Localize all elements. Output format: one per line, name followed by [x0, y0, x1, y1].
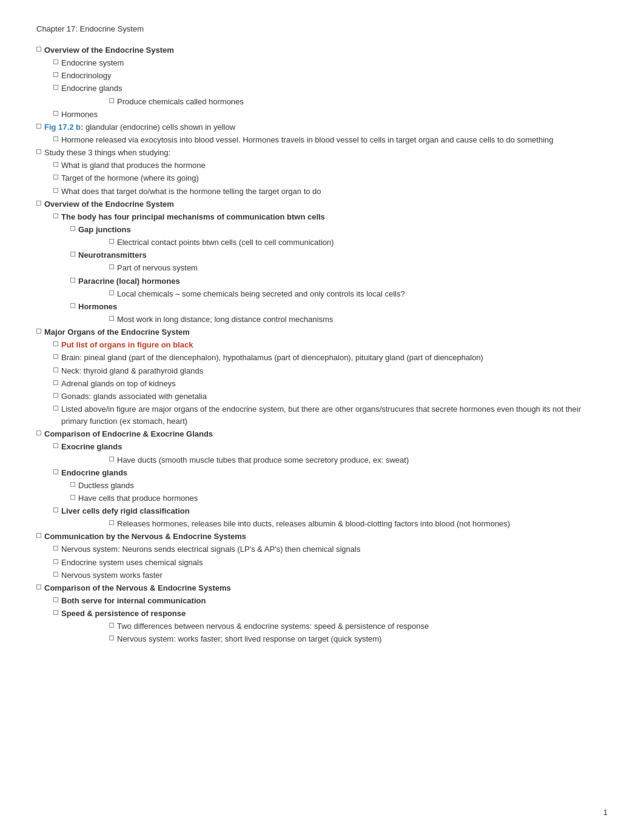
content: Overview of the Endocrine System Endocri… — [36, 44, 608, 646]
s4-hormones: Hormones — [36, 301, 608, 313]
s6-have-cells: Have cells that produce hormones — [36, 492, 608, 505]
s8-speed: Speed & persistence of response — [36, 608, 608, 620]
s1-endocrinology: Endocrinology — [36, 70, 608, 82]
s8-both-serve: Both serve for internal communication — [36, 595, 608, 607]
s4-electrical-contact: Electrical contact points btwn cells (ce… — [36, 236, 608, 249]
page-title: Chapter 17: Endocrine System — [36, 24, 608, 33]
s6-have-ducts: Have ducts (smooth muscle tubes that pro… — [36, 454, 608, 466]
s4-paracrine: Paracrine (local) hormones — [36, 275, 608, 287]
section-2-fig: Fig 17.2 b: glandular (endocrine) cells … — [36, 121, 608, 133]
s7-nervous-faster: Nervous system works faster — [36, 569, 608, 582]
s4-neurotransmitters: Neurotransmitters — [36, 249, 608, 261]
s3-target: Target of the hormone (where its going) — [36, 172, 608, 184]
s2-hormone-released: Hormone released via exocytosis into blo… — [36, 134, 608, 146]
section-7-heading: Communication by the Nervous & Endocrine… — [36, 531, 608, 543]
s4-local-chemicals: Local chemicals – some chemicals being s… — [36, 288, 608, 300]
s5-adrenal: Adrenal glands on top of kidneys — [36, 378, 608, 390]
s1-hormones: Hormones — [36, 109, 608, 121]
s1-endocrine-glands: Endocrine glands — [36, 82, 608, 95]
s4-gap-junctions: Gap junctions — [36, 224, 608, 236]
section-8-heading: Comparison of the Nervous & Endocrine Sy… — [36, 582, 608, 594]
s5-put-list: Put list of organs in figure on black — [36, 339, 608, 351]
s6-liver-cells: Liver cells defy rigid classification — [36, 505, 608, 517]
section-1-heading: Overview of the Endocrine System — [36, 44, 608, 56]
s6-endocrine-glands: Endocrine glands — [36, 467, 608, 479]
s3-what-gland: What is gland that produces the hormone — [36, 159, 608, 172]
s8-nervous-works-faster: Nervous system: works faster; short live… — [36, 633, 608, 645]
s8-two-differences: Two differences between nervous & endocr… — [36, 620, 608, 632]
section-5-heading: Major Organs of the Endocrine System — [36, 326, 608, 338]
s5-listed-above: Listed above/in figure are major organs … — [36, 403, 608, 428]
s5-neck: Neck: thyroid gland & parathyroid glands — [36, 365, 608, 377]
s4-most-work: Most work in long distance; long distanc… — [36, 314, 608, 326]
section-4-heading: Overview of the Endocrine System — [36, 198, 608, 210]
s7-nervous-system: Nervous system: Neurons sends electrical… — [36, 543, 608, 555]
section-6-heading: Comparison of Endocrine & Exocrine Gland… — [36, 428, 608, 440]
s4-four-principal: The body has four principal mechanisms o… — [36, 211, 608, 223]
s6-exocrine-glands: Exocrine glands — [36, 441, 608, 453]
s5-brain: Brain: pineal gland (part of the diencep… — [36, 352, 608, 364]
page-number: 1 — [603, 808, 608, 817]
s7-endocrine-uses: Endocrine system uses chemical signals — [36, 557, 608, 569]
s3-what-does: What does that target do/what is the hor… — [36, 186, 608, 198]
s6-releases-hormones: Releases hormones, releases bile into du… — [36, 518, 608, 530]
s1-produce-chemicals: Produce chemicals called hormones — [36, 96, 608, 108]
s5-gonads: Gonads: glands associated with genetalia — [36, 391, 608, 403]
s1-endocrine-system: Endocrine system — [36, 57, 608, 69]
s4-part-nervous: Part of nervous system — [36, 262, 608, 274]
s6-ductless: Ductless glands — [36, 480, 608, 492]
section-3-study: Study these 3 things when studying: — [36, 147, 608, 159]
